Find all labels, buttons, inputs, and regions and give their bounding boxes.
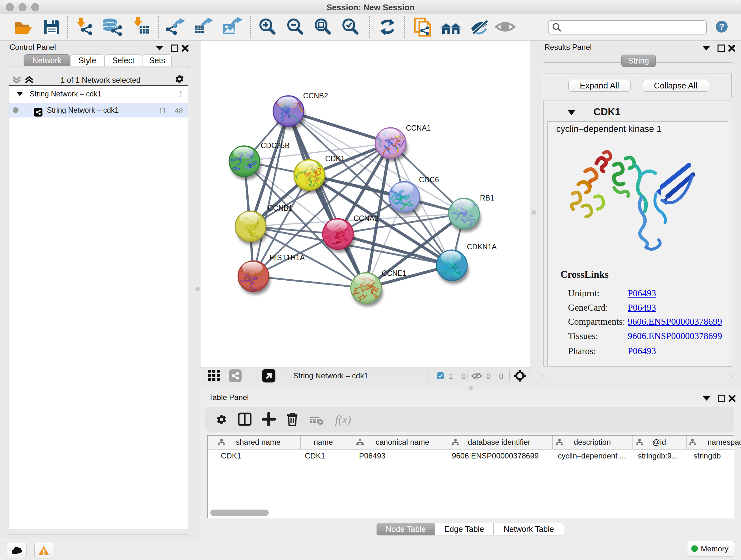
svg-text:RB1: RB1 — [480, 194, 494, 202]
svg-text:CDC6: CDC6 — [419, 176, 439, 184]
svg-text:CCNB1: CCNB1 — [268, 204, 293, 212]
svg-text:HIST1H1A: HIST1H1A — [270, 253, 305, 262]
svg-text:CCNA2: CCNA2 — [354, 214, 379, 223]
svg-text:CDKN1A: CDKN1A — [467, 243, 497, 251]
svg-text:CCNB2: CCNB2 — [303, 91, 328, 100]
svg-text:CDC25B: CDC25B — [261, 141, 290, 150]
svg-text:CDK1: CDK1 — [325, 154, 345, 163]
svg-text:CCNA1: CCNA1 — [406, 124, 431, 132]
svg-text:CCNE1: CCNE1 — [382, 269, 407, 277]
